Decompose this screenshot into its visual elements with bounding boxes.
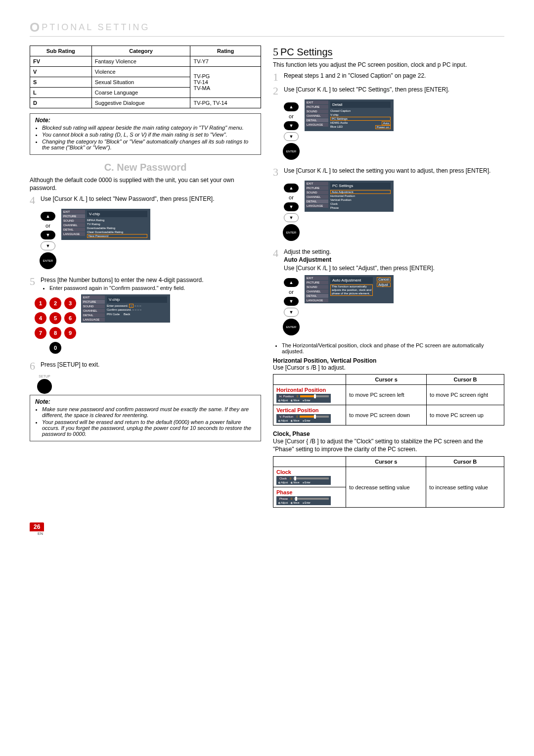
osd-line: V-chip xyxy=(330,113,391,117)
osd-auto-adjust: EXIT PICTURE SOUND CHANNEL DETAIL LANGUA… xyxy=(305,275,394,303)
osd-selected: PC Settings xyxy=(330,117,391,121)
cursor-down-icon[interactable]: ▼ xyxy=(284,297,299,306)
cell: Violence xyxy=(91,67,190,77)
cursor-down-icon[interactable]: ▼ xyxy=(284,121,299,130)
step-number: 4 xyxy=(30,195,38,206)
back-label: Back xyxy=(124,313,130,316)
numpad-4[interactable]: 4 xyxy=(35,312,46,324)
th-cursor-left: Cursor s xyxy=(346,374,427,384)
page-lang: EN xyxy=(38,531,504,536)
osd-line: Blue LED Power on xyxy=(330,125,391,129)
osd-detail: EXIT PICTURE SOUND CHANNEL DETAIL LANGUA… xyxy=(305,99,394,131)
cell: V xyxy=(30,67,92,77)
osd-enter-pw: Enter password. – – – – xyxy=(107,304,167,308)
numpad-0[interactable]: 0 xyxy=(49,342,61,354)
auto-adjust-head: Auto Adjustment xyxy=(284,256,504,264)
enter-button[interactable]: ENTER xyxy=(283,319,300,335)
osd-line: MPAA Rating xyxy=(87,218,147,222)
mini-label: Phase xyxy=(278,497,289,500)
osd-line: Vertical Position xyxy=(330,198,391,202)
osd-menu-item: LANGUAGE xyxy=(306,204,328,208)
row-head: Clock xyxy=(276,469,343,475)
cursor-down-outline-icon[interactable]: ▼ xyxy=(284,132,299,141)
cursor-up-icon[interactable]: ▲ xyxy=(41,212,55,221)
th-empty xyxy=(273,457,346,467)
legend-move: Move xyxy=(293,399,299,402)
osd-menu-item: DETAIL xyxy=(82,313,105,317)
section-c-title: C. New Password xyxy=(30,162,261,173)
numpad-3[interactable]: 3 xyxy=(64,297,76,309)
legend-adjust: Adjust xyxy=(281,419,288,422)
osd-cancel: Cancel xyxy=(377,277,391,282)
osd-line: Closed Caption xyxy=(330,109,391,113)
cursor-up-icon[interactable]: ▲ xyxy=(284,184,299,192)
page-number: 26 xyxy=(30,522,44,531)
step-number: 4 xyxy=(273,248,281,259)
enter-button[interactable]: ENTER xyxy=(283,143,300,160)
numpad-9[interactable]: 9 xyxy=(64,327,76,339)
step-bullet: Enter password again in "Confirm passwor… xyxy=(49,284,261,292)
osd-menu-item: PICTURE xyxy=(306,186,328,190)
note-title: Note: xyxy=(35,117,256,124)
th-cursor-left: Cursor s xyxy=(346,457,426,467)
cursor-down-outline-icon[interactable]: ▼ xyxy=(284,213,299,222)
cursor-up-icon[interactable]: ▲ xyxy=(284,102,299,111)
right-step-2: 2 Use [Cursor K /L ] to select "PC Setti… xyxy=(273,86,504,96)
osd-line: Clear Downloadable Rating xyxy=(87,230,147,234)
legend-enter: Enter xyxy=(305,481,311,484)
osd-menu-item: SOUND xyxy=(62,219,85,223)
legend-enter: Enter xyxy=(305,399,311,402)
cursor-down-icon[interactable]: ▼ xyxy=(284,202,299,211)
numpad-5[interactable]: 5 xyxy=(49,312,61,324)
remote-cluster: ▲ or ▼ ▼ ENTER xyxy=(283,184,300,241)
cursor-down-outline-icon[interactable]: ▼ xyxy=(41,241,55,250)
note-item: Make sure new password and confirm passw… xyxy=(42,406,256,418)
osd-menu-item: CHANNEL xyxy=(62,223,85,227)
step-number: 2 xyxy=(273,86,281,96)
numpad-7[interactable]: 7 xyxy=(35,327,46,339)
hv-head: Horizontal Position, Vertical Position xyxy=(273,357,504,364)
pin-label: PIN Code xyxy=(107,313,120,316)
cursor-down-icon[interactable]: ▼ xyxy=(41,231,55,239)
osd-menu-item: DETAIL xyxy=(306,199,328,203)
osd-menu-item: DETAIL xyxy=(306,294,328,298)
sub-rating-table: Sub Rating Category Rating FV Fantasy Vi… xyxy=(30,46,261,108)
cell: D xyxy=(30,98,92,108)
mini-osd: H. Position 0 ◐ Adjust ◐ Move ● Enter xyxy=(276,394,331,403)
remote-cluster: ▲ or ▼ ▼ ENTER xyxy=(283,102,300,160)
clock-head: Clock, Phase xyxy=(273,430,504,437)
numpad-6[interactable]: 6 xyxy=(64,312,76,324)
note-box-2: Note: Make sure new password and confirm… xyxy=(30,395,261,441)
numpad-8[interactable]: 8 xyxy=(49,327,61,339)
cell: TV-Y7 xyxy=(190,56,261,67)
enter-button[interactable]: ENTER xyxy=(283,224,300,241)
osd-pcsettings: EXIT PICTURE SOUND CHANNEL DETAIL LANGUA… xyxy=(305,181,394,212)
setup-button[interactable] xyxy=(37,379,52,394)
cell: TV-PG, TV-14 xyxy=(190,98,261,108)
setup-label: SETUP xyxy=(30,375,59,378)
cell: L xyxy=(30,88,92,98)
cell: S xyxy=(30,77,92,88)
right-column: 5PC Settings This function lets you adju… xyxy=(273,46,504,513)
step-number: 1 xyxy=(273,72,281,83)
osd-selected: New Password xyxy=(87,234,147,238)
mini-osd: Clock 0 ◐ Adjust ◐ Move ● Enter xyxy=(276,476,331,485)
cell: TV-PG TV-14 TV-MA xyxy=(190,67,261,98)
osd-menu-item: PICTURE xyxy=(306,105,328,109)
table-row: V Violence TV-PG TV-14 TV-MA xyxy=(30,67,261,77)
osd-menu-item: CHANNEL xyxy=(306,195,328,199)
step-body: Press [SETUP] to exit. xyxy=(41,361,261,369)
step-6: 6 Press [SETUP] to exit. xyxy=(30,361,261,372)
cursor-up-icon[interactable]: ▲ xyxy=(284,278,299,287)
enter-button[interactable]: ENTER xyxy=(40,252,56,269)
legend-enter: Enter xyxy=(305,419,311,422)
numpad-2[interactable]: 2 xyxy=(49,297,61,309)
osd-menu-item: SOUND xyxy=(306,285,328,289)
osd-header: V-chip xyxy=(107,296,167,303)
osd-menu-item: EXIT xyxy=(62,210,85,214)
note-title: Note: xyxy=(35,398,256,405)
cursor-down-outline-icon[interactable]: ▼ xyxy=(284,308,299,317)
note-item: Your password will be erased and return … xyxy=(42,419,256,437)
number-pad: 1 2 3 4 5 6 7 8 9 0 xyxy=(35,297,76,354)
numpad-1[interactable]: 1 xyxy=(35,297,46,309)
